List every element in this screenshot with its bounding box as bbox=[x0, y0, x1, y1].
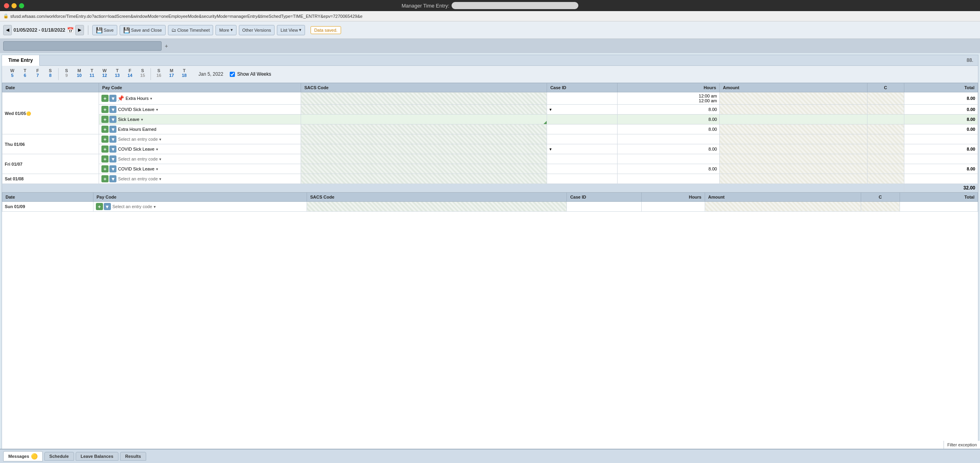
tab-results[interactable]: Results bbox=[120, 452, 146, 461]
calendar-icon[interactable]: 📅 bbox=[67, 27, 74, 33]
save-button[interactable]: 💾 Save bbox=[92, 25, 117, 35]
subtotal-label bbox=[2, 184, 904, 192]
pay-code-dropdown-icon[interactable]: ▾ bbox=[156, 167, 158, 171]
close-timesheet-button[interactable]: 🗂 Close Timesheet bbox=[168, 25, 214, 35]
tab-schedule[interactable]: Schedule bbox=[44, 452, 74, 461]
pay-code-dropdown-icon-sun[interactable]: ▾ bbox=[154, 205, 156, 209]
col-caseid: Case ID bbox=[547, 83, 618, 92]
remove-row-button[interactable]: ▾ bbox=[109, 136, 116, 143]
more-label: More bbox=[219, 28, 229, 33]
pay-code-dropdown-icon[interactable]: ▾ bbox=[156, 107, 158, 112]
pay-code-dropdown-icon[interactable]: ▾ bbox=[159, 157, 161, 161]
hours-start-input[interactable] bbox=[689, 94, 717, 98]
hours-cell bbox=[618, 154, 720, 164]
remove-row-button[interactable]: ▾ bbox=[109, 106, 116, 113]
col-amount: Amount bbox=[719, 83, 867, 92]
remove-row-button[interactable]: ▾ bbox=[109, 126, 116, 133]
sacs-code-cell[interactable] bbox=[301, 164, 547, 174]
sacs-code-cell[interactable] bbox=[301, 105, 547, 115]
c-cell bbox=[867, 154, 904, 164]
close-timesheet-label: Close Timesheet bbox=[177, 28, 210, 33]
hours-cell-sun bbox=[641, 202, 705, 212]
week-day-w12: W 12 bbox=[98, 68, 111, 80]
filter-exception-text: Filter exception bbox=[947, 442, 977, 447]
sacs-code-cell[interactable] bbox=[301, 134, 547, 144]
c-cell bbox=[867, 105, 904, 115]
add-row-button[interactable]: + bbox=[101, 136, 109, 143]
date-cell-sat: Sat 01/08 bbox=[2, 174, 99, 184]
remove-row-button[interactable]: ▾ bbox=[109, 116, 116, 123]
save-close-button[interactable]: 💾 Save and Close bbox=[120, 25, 166, 35]
hours-cell: 8.00 bbox=[618, 124, 720, 134]
sacs-code-cell[interactable] bbox=[301, 92, 547, 105]
pay-code-dropdown-icon[interactable]: ▾ bbox=[150, 96, 152, 101]
amount-cell bbox=[719, 134, 867, 144]
c-cell bbox=[867, 174, 904, 184]
sacs-code-cell-green[interactable] bbox=[301, 115, 547, 124]
sacs-code-cell-sun[interactable] bbox=[307, 202, 566, 212]
pay-code-dropdown-icon[interactable]: ▾ bbox=[159, 137, 161, 142]
pay-code-dropdown-icon[interactable]: ▾ bbox=[159, 177, 161, 181]
fullscreen-button[interactable] bbox=[19, 3, 24, 8]
remove-row-button[interactable]: ▾ bbox=[109, 165, 116, 172]
remove-row-button-sun[interactable]: ▾ bbox=[104, 203, 111, 210]
add-row-button[interactable]: + bbox=[101, 126, 109, 133]
remove-row-button[interactable]: ▾ bbox=[109, 175, 116, 182]
remove-row-button[interactable]: ▾ bbox=[109, 155, 116, 163]
prev-date-button[interactable]: ◀ bbox=[3, 25, 12, 35]
sacs-code-cell[interactable] bbox=[301, 154, 547, 164]
case-id-cell bbox=[547, 115, 618, 124]
case-dropdown-icon[interactable]: ▾ bbox=[549, 107, 552, 112]
date-range: ◀ 01/05/2022 - 01/18/2022 📅 ▶ bbox=[3, 25, 84, 35]
pay-code-dropdown-icon[interactable]: ▾ bbox=[141, 117, 143, 122]
add-row-button[interactable]: + bbox=[101, 145, 109, 153]
week-day-f14: F 14 bbox=[124, 68, 136, 80]
table-row-sun: Sun 01/09 + ▾ Select an entry code ▾ bbox=[2, 202, 978, 212]
other-versions-button[interactable]: Other Versions bbox=[239, 25, 275, 35]
pay-code-wrapper: + ▾ Select an entry code ▾ bbox=[101, 175, 298, 182]
expand-icon[interactable]: + bbox=[165, 43, 168, 49]
add-row-button-sun[interactable]: + bbox=[96, 203, 103, 210]
pay-code-cell: + ▾ Select an entry code ▾ bbox=[99, 154, 301, 164]
hours-end-input[interactable] bbox=[689, 98, 717, 103]
pay-code-cell: + ▾ COVID Sick Leave ▾ bbox=[99, 105, 301, 115]
amount-cell bbox=[719, 174, 867, 184]
tab-messages[interactable]: Messages 🟡 bbox=[3, 451, 43, 461]
add-row-button[interactable]: + bbox=[101, 175, 109, 182]
table-row: Fri 01/07 + ▾ Select an entry code ▾ bbox=[2, 154, 978, 164]
hours-cell: 8.00 bbox=[618, 105, 720, 115]
add-row-button[interactable]: + bbox=[101, 116, 109, 123]
date-cell-thu: Thu 01/06 bbox=[2, 134, 99, 154]
remove-row-button[interactable]: ▾ bbox=[109, 95, 116, 102]
add-row-button[interactable]: + bbox=[101, 155, 109, 163]
tab-leave-balances[interactable]: Leave Balances bbox=[76, 452, 119, 461]
main-content: Time Entry 88. W 5 T 6 F 7 bbox=[0, 53, 980, 463]
close-button[interactable] bbox=[4, 3, 9, 8]
add-row-button[interactable]: + bbox=[101, 95, 109, 102]
add-row-button[interactable]: + bbox=[101, 165, 109, 172]
sacs-code-cell[interactable] bbox=[301, 124, 547, 134]
next-date-button[interactable]: ▶ bbox=[75, 25, 84, 35]
employee-name-input[interactable] bbox=[3, 41, 162, 51]
tab-right-info: 88. bbox=[962, 55, 978, 65]
minimize-button[interactable] bbox=[11, 3, 17, 8]
btn-group: + ▾ bbox=[101, 136, 116, 143]
more-button[interactable]: More ▾ bbox=[215, 25, 236, 35]
sacs-code-cell[interactable] bbox=[301, 144, 547, 154]
pay-code-cell: + ▾ Select an entry code ▾ bbox=[99, 174, 301, 184]
list-view-button[interactable]: List View ▾ bbox=[277, 25, 305, 35]
col2-sacs: SACS Code bbox=[307, 193, 566, 202]
case-id-cell bbox=[547, 92, 618, 105]
sacs-code-cell[interactable] bbox=[301, 174, 547, 184]
case-dropdown-icon[interactable]: ▾ bbox=[549, 147, 552, 151]
remove-row-button[interactable]: ▾ bbox=[109, 145, 116, 153]
other-versions-label: Other Versions bbox=[242, 28, 271, 33]
show-all-weeks-checkbox[interactable] bbox=[230, 72, 235, 77]
url-text: sfusd.wfsaas.com/workforce/TimeEntry.do?… bbox=[10, 14, 362, 19]
time-table: Date Pay Code SACS Code Case ID Hours Am… bbox=[2, 83, 978, 461]
pay-code-dropdown-icon[interactable]: ▾ bbox=[156, 147, 158, 151]
title-bar-input[interactable] bbox=[452, 2, 578, 9]
tab-time-entry[interactable]: Time Entry bbox=[2, 55, 40, 66]
pay-code-text: COVID Sick Leave bbox=[118, 107, 154, 112]
add-row-button[interactable]: + bbox=[101, 106, 109, 113]
